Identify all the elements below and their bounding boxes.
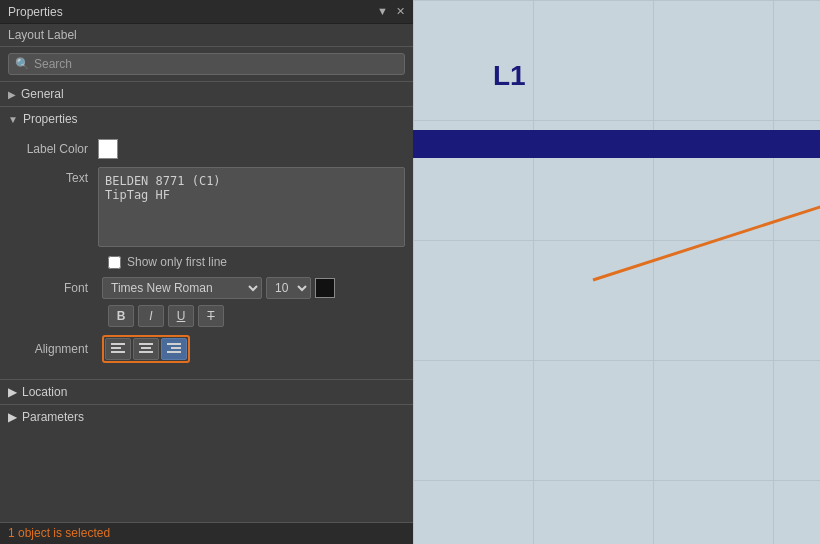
alignment-label: Alignment	[8, 342, 98, 356]
svg-rect-8	[167, 351, 181, 353]
strikethrough-button[interactable]: T	[198, 305, 224, 327]
chevron-down-icon: ▼	[8, 114, 18, 125]
panel-subtitle-text: Layout Label	[8, 28, 77, 42]
align-center-button[interactable]	[133, 338, 159, 360]
format-row: B I U T	[8, 305, 405, 327]
text-row: Text BELDEN 8771 (C1) TipTag HF	[8, 167, 405, 247]
panel-title: Properties	[8, 5, 63, 19]
text-label: Text	[8, 167, 98, 185]
show-first-line-label: Show only first line	[127, 255, 227, 269]
section-location[interactable]: ▶ Location	[0, 379, 413, 404]
section-parameters[interactable]: ▶ Parameters	[0, 404, 413, 429]
italic-button[interactable]: I	[138, 305, 164, 327]
font-select[interactable]: Times New Roman	[102, 277, 262, 299]
canvas-area: L1 BELDEN 8771 (C1) TipTag HF	[413, 0, 820, 544]
search-icon: 🔍	[15, 57, 30, 71]
panel-titlebar: Properties ▼ ✕	[0, 0, 413, 24]
svg-rect-0	[111, 343, 125, 345]
search-input-wrap: 🔍	[8, 53, 405, 75]
properties-label: Properties	[23, 112, 78, 126]
font-color-swatch[interactable]	[315, 278, 335, 298]
chevron-right-icon: ▶	[8, 89, 16, 100]
close-icon[interactable]: ✕	[396, 5, 405, 18]
text-textarea[interactable]: BELDEN 8771 (C1) TipTag HF	[98, 167, 405, 247]
properties-content: Label Color Text BELDEN 8771 (C1) TipTag…	[0, 131, 413, 379]
chevron-right-icon-2: ▶	[8, 385, 17, 399]
bold-button[interactable]: B	[108, 305, 134, 327]
svg-rect-6	[167, 343, 181, 345]
section-general[interactable]: ▶ General	[0, 81, 413, 106]
chevron-right-icon-3: ▶	[8, 410, 17, 424]
parameters-label: Parameters	[22, 410, 84, 424]
show-first-line-checkbox[interactable]	[108, 256, 121, 269]
svg-rect-5	[139, 351, 153, 353]
underline-button[interactable]: U	[168, 305, 194, 327]
svg-line-10	[593, 190, 820, 280]
search-bar: 🔍	[0, 47, 413, 81]
panel-content: ▶ General ▼ Properties Label Color Text …	[0, 81, 413, 522]
status-bar: 1 object is selected	[0, 522, 413, 544]
svg-rect-1	[111, 347, 121, 349]
pin-icon[interactable]: ▼	[377, 5, 388, 18]
label-color-swatch[interactable]	[98, 139, 118, 159]
arrow-indicator	[583, 180, 820, 300]
svg-rect-3	[139, 343, 153, 345]
panel-titlebar-left: Properties	[8, 5, 63, 19]
section-properties[interactable]: ▼ Properties	[0, 106, 413, 131]
align-right-button[interactable]	[161, 338, 187, 360]
panel-controls: ▼ ✕	[377, 5, 405, 18]
label-color-row: Label Color	[8, 139, 405, 159]
svg-rect-2	[111, 351, 125, 353]
alignment-row: Alignment	[8, 335, 405, 363]
font-row: Font Times New Roman 10 12 14	[8, 277, 405, 299]
search-input[interactable]	[34, 57, 398, 71]
align-left-button[interactable]	[105, 338, 131, 360]
wire-label: L1	[493, 60, 526, 92]
show-first-line-row: Show only first line	[8, 255, 405, 269]
svg-rect-7	[171, 347, 181, 349]
general-label: General	[21, 87, 64, 101]
blue-stripe	[413, 130, 820, 158]
font-label: Font	[8, 281, 98, 295]
font-size-select[interactable]: 10 12 14	[266, 277, 311, 299]
status-text: 1 object is selected	[8, 526, 110, 540]
label-color-label: Label Color	[8, 142, 98, 156]
panel-subtitle: Layout Label	[0, 24, 413, 47]
properties-panel: Properties ▼ ✕ Layout Label 🔍 ▶ General …	[0, 0, 413, 544]
svg-rect-4	[141, 347, 151, 349]
location-label: Location	[22, 385, 67, 399]
alignment-group	[102, 335, 190, 363]
